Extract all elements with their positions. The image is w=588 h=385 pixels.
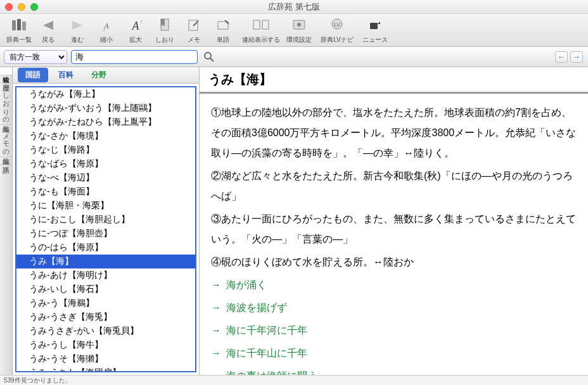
list-item[interactable]: うみ-うさぎ【海兎】 <box>16 310 195 324</box>
svg-rect-17 <box>370 23 378 29</box>
toolbar-books-button[interactable]: 辞典一覧 <box>5 16 33 44</box>
definition-line: ④硯のほりくぼめて水を貯える所。↔陸おか <box>211 252 577 272</box>
toolbar-bookmark-button[interactable]: しおり <box>151 16 179 44</box>
toolbar-label: 戻る <box>42 35 54 44</box>
toolbar-settings-button[interactable]: 環境設定 <box>285 16 313 44</box>
zoom-in-icon: A↑ <box>127 16 144 34</box>
category-tabs: 国語 百科 分野 <box>13 67 199 84</box>
toolbar-word-button[interactable]: 単語 <box>209 16 237 44</box>
tab-kokugo[interactable]: 国語 <box>18 68 48 82</box>
list-item[interactable]: うな-べ【海辺】 <box>16 171 195 185</box>
arrow-icon: → <box>211 325 221 336</box>
list-item[interactable]: うながみ-ずいおう【海上随鷗】 <box>16 101 195 115</box>
memo-icon <box>185 16 203 34</box>
side-tab-1[interactable]: 履歴 <box>0 75 12 84</box>
toolbar-label: ニュース <box>362 35 388 44</box>
minimize-icon[interactable] <box>18 3 25 11</box>
zoom-out-icon: A↓ <box>98 16 115 34</box>
toolbar-zoom-out-button[interactable]: A↓縮小 <box>93 16 120 44</box>
zoom-icon[interactable] <box>30 3 38 11</box>
toolbar-back-button[interactable]: 戻る <box>34 16 62 44</box>
nav-forward-button[interactable]: → <box>570 51 583 63</box>
list-item[interactable]: うみ-うし【海牛】 <box>16 338 195 352</box>
match-mode-select[interactable]: 前方一致 <box>4 50 67 64</box>
svg-point-18 <box>205 53 211 59</box>
definition-pane[interactable]: うみ【海】 ①地球上の陸地以外の部分で、塩水をたたえた所。地球表面積の約7割を占… <box>200 67 588 375</box>
arrow-icon: → <box>211 370 221 375</box>
search-button[interactable] <box>201 49 217 65</box>
svg-rect-11 <box>253 20 260 29</box>
related-link[interactable]: → 海の事は漁師に問え <box>211 366 577 375</box>
list-item[interactable]: うながみ【海上】 <box>16 87 195 101</box>
list-item[interactable]: うみ-う【海鵜】 <box>16 296 195 310</box>
toolbar-navi-button[interactable]: LV辞典LVナビ <box>314 16 360 44</box>
related-link[interactable]: → 海が涌く <box>211 275 577 295</box>
list-item[interactable]: うな-さか【海境】 <box>16 129 195 143</box>
definition-line: ①地球上の陸地以外の部分で、塩水をたたえた所。地球表面積の約7割を占め、その面積… <box>211 103 577 163</box>
list-item[interactable]: うに-おこし【海胆起し】 <box>16 213 195 227</box>
entry-heading: うみ【海】 <box>200 67 588 94</box>
main-area: 検索履歴しおりの編集メモの編集単語 国語 百科 分野 うながみ【海上】うながみ-… <box>0 67 588 375</box>
tab-bunya[interactable]: 分野 <box>84 68 114 82</box>
svg-line-19 <box>210 58 214 61</box>
related-link[interactable]: → 海に千年山に千年 <box>211 343 577 363</box>
side-tab-4[interactable]: 単語 <box>0 157 12 165</box>
toolbar-zoom-in-button[interactable]: A↑拡大 <box>122 16 150 44</box>
settings-icon <box>290 16 308 34</box>
list-item[interactable]: うみ-うそ【海獺】 <box>16 352 195 366</box>
toolbar-news-button[interactable]: ニュース <box>361 16 389 44</box>
close-icon[interactable] <box>5 3 13 11</box>
toolbar-label: 進む <box>71 35 84 44</box>
side-tab-2[interactable]: しおりの編集 <box>0 84 12 125</box>
toolbar-label: 連続表示する <box>242 35 280 44</box>
svg-point-14 <box>297 23 301 27</box>
tab-hyakka[interactable]: 百科 <box>51 68 81 82</box>
list-item[interactable]: うみ【海】 <box>16 255 195 268</box>
search-input[interactable] <box>71 50 198 64</box>
status-bar: 539件見つかりました。 <box>0 375 588 385</box>
search-bar: 前方一致 ← → <box>0 47 588 67</box>
window-controls <box>5 3 38 11</box>
toolbar-continuous-button[interactable]: 連続表示する <box>238 16 284 44</box>
list-item[interactable]: うの-はら【海原】 <box>16 241 195 255</box>
results-list[interactable]: うながみ【海上】うながみ-ずいおう【海上随鷗】うながみ-たねひら【海上胤平】うな… <box>15 86 196 372</box>
continuous-icon <box>252 16 270 34</box>
list-item[interactable]: うみうさぎ-がい【海兎貝】 <box>16 324 195 338</box>
toolbar-memo-button[interactable]: メモ <box>180 16 208 44</box>
list-item[interactable]: うに【海胆・海栗】 <box>16 199 195 213</box>
list-item[interactable]: うな-ばら【海原】 <box>16 157 195 171</box>
toolbar-label: 辞典LVナビ <box>321 35 354 44</box>
related-link[interactable]: → 海に千年河に千年 <box>211 320 577 341</box>
list-item[interactable]: うみ-うちわ【海団扇】 <box>16 366 195 372</box>
toolbar-label: 単語 <box>217 35 229 44</box>
list-item[interactable]: うな-じ【海路】 <box>16 143 195 157</box>
toolbar-label: しおり <box>155 35 174 44</box>
svg-rect-1 <box>17 19 21 30</box>
word-icon <box>214 16 232 34</box>
toolbar-label: 縮小 <box>100 35 113 44</box>
nav-back-button[interactable]: ← <box>555 51 568 63</box>
side-tab-3[interactable]: メモの編集 <box>0 125 12 157</box>
list-item[interactable]: うな-も【海面】 <box>16 185 195 199</box>
toolbar-label: 辞典一覧 <box>6 35 32 44</box>
arrow-icon: → <box>211 348 221 358</box>
related-link[interactable]: → 海波を揚げず <box>211 298 577 318</box>
list-item[interactable]: うながみ-たねひら【海上胤平】 <box>16 115 195 129</box>
magnify-icon <box>203 51 215 63</box>
svg-rect-12 <box>262 20 269 29</box>
toolbar-label: メモ <box>188 35 200 44</box>
arrow-icon: → <box>211 302 221 313</box>
list-item[interactable]: うみ-あけ【海明け】 <box>16 268 195 282</box>
list-item[interactable]: うみ-いし【海石】 <box>16 282 195 296</box>
side-tabs: 検索履歴しおりの編集メモの編集単語 <box>0 67 13 375</box>
window-title: 広辞苑 第七版 <box>268 1 320 13</box>
list-item[interactable]: うに-つぼ【海胆壺】 <box>16 227 195 241</box>
navi-icon: LV <box>328 16 346 34</box>
svg-rect-0 <box>12 20 16 30</box>
toolbar-forward-button[interactable]: 進む <box>63 16 91 44</box>
side-tab-0[interactable]: 検索 <box>0 67 12 75</box>
svg-text:LV: LV <box>334 22 340 28</box>
back-icon <box>39 16 57 34</box>
bookmark-icon <box>156 16 174 34</box>
svg-rect-2 <box>22 22 26 30</box>
